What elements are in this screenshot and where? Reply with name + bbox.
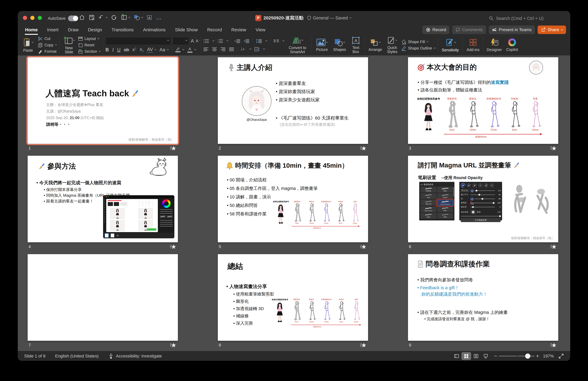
grow-font-button[interactable]: Aˆ	[191, 38, 194, 44]
shapes-button[interactable]: Shapes	[332, 38, 347, 52]
setting-stabilizer[interactable]: 稳定器 3	[461, 205, 501, 209]
paste-button[interactable]: Paste	[20, 38, 36, 52]
setting-size[interactable]: 尺寸 x1 2.6	[461, 189, 501, 193]
font-name-select[interactable]	[105, 37, 171, 45]
brush-slot-5[interactable]: 5	[484, 183, 488, 188]
justify-button[interactable]	[229, 47, 234, 51]
format-button[interactable]: Format	[38, 49, 57, 54]
slide-thumbnail-3[interactable]: 本次大會的目的 分享一種從《毛厂速写团练》得到的速寫實踐 請各位親自動筆，體驗這…	[408, 57, 558, 144]
brush-tile-round-opacity[interactable]: Round Opacity	[437, 200, 453, 206]
slide-thumbnail-6[interactable]: 請打開 Magma URL 並調整畫筆 笔刷设置 --使用 Round Opac…	[408, 156, 558, 242]
tab-record[interactable]: Record	[207, 26, 222, 34]
zoom-percent[interactable]: 197%	[543, 354, 554, 359]
character-spacing-button[interactable]: AV	[147, 47, 153, 53]
slide-thumbnail-2[interactable]: 主講人介紹 @OharaSaya 資深畫畫羣友 資深妳畫我猜玩家 資深美少女遊戲…	[218, 57, 368, 144]
slide-sorter-view-button[interactable]	[462, 352, 471, 360]
brush-slot-6[interactable]: +6	[490, 183, 494, 188]
align-right-button[interactable]	[220, 47, 226, 51]
language-indicator[interactable]: English (United States)	[55, 354, 99, 359]
quick-styles-button[interactable]: Quick Styles	[385, 36, 399, 54]
record-button[interactable]: Record	[422, 25, 449, 34]
shape-fill-button[interactable]: Shape Fill	[401, 39, 435, 45]
tab-home[interactable]: Home	[25, 26, 38, 34]
slide-thumbnail-8[interactable]: 總結 人物速寫畫法分享 使用粗畫筆繪製剪影 圖形化 加透視線轉 3D 補線條 深…	[218, 254, 368, 341]
present-in-teams-button[interactable]: T Present in Teams	[489, 25, 535, 34]
tab-view[interactable]: View	[255, 26, 266, 34]
tab-draw[interactable]: Draw	[67, 26, 79, 34]
close-window-button[interactable]	[23, 16, 27, 20]
reading-view-button[interactable]	[471, 352, 481, 360]
section-button[interactable]: Section	[78, 49, 100, 54]
copilot-button[interactable]: Copilot	[504, 38, 520, 52]
brush-scrollbar[interactable]	[453, 187, 454, 197]
setting-hardness-slider[interactable]	[461, 215, 501, 217]
text-box-button[interactable]: A Text Box	[349, 36, 362, 54]
setting-flow[interactable]: 流 36	[461, 197, 501, 201]
slideshow-view-button[interactable]	[481, 352, 491, 360]
setting-opacity[interactable]: 透明度 100	[461, 201, 501, 205]
numbering-button[interactable]: 123	[217, 39, 223, 44]
align-text-vertical-button[interactable]	[254, 47, 260, 52]
convert-to-smartart-button[interactable]: Convert to SmartArt	[286, 36, 309, 54]
brush-tile[interactable]: 粉笔1	[437, 206, 453, 212]
tab-transitions[interactable]: Transitions	[111, 26, 134, 34]
bold-button[interactable]: B	[105, 47, 109, 53]
textbox-quick-icon[interactable]: A	[146, 14, 152, 21]
home-icon[interactable]	[79, 14, 85, 21]
slide-thumbnail-4[interactable]: 參與方法 今天我們將一起完成一個人物照片的速寫 保持打開本屏幕分享 同時加	[28, 156, 178, 242]
new-slide-button[interactable]: New Slide	[62, 36, 76, 54]
cut-button[interactable]: Cut	[38, 36, 57, 42]
zoom-slider[interactable]	[499, 356, 535, 357]
undo-button[interactable]	[98, 14, 107, 21]
tab-review[interactable]: Review	[231, 26, 247, 34]
bullets-button[interactable]	[203, 39, 209, 44]
brush-slot-3[interactable]: 3	[472, 183, 477, 188]
arrange-button[interactable]: Arrange	[367, 38, 383, 52]
shape-outline-button[interactable]: Shape Outline	[401, 45, 435, 51]
layout-button[interactable]: Layout	[78, 36, 100, 42]
setting-min-size[interactable]: 最小尺寸 35	[461, 193, 501, 197]
advanced-settings-button[interactable]: 打开高级设置	[461, 218, 501, 222]
titlebar-overflow-button[interactable]: …	[156, 14, 162, 21]
tab-animations[interactable]: Animations	[143, 26, 166, 34]
brush-tile[interactable]: 粉笔2	[420, 213, 437, 219]
change-case-button[interactable]: Aa	[160, 47, 165, 53]
sensitivity-button[interactable]: Sensitivity	[441, 38, 460, 52]
slide-thumbnail-5[interactable]: 時間安排（準備 10min，畫畫 45min） 00 開場，介紹流程 05 各自…	[218, 156, 368, 242]
font-color-button[interactable]: A	[187, 47, 192, 53]
subscript-button[interactable]: x2	[140, 47, 144, 53]
save-icon[interactable]	[88, 14, 95, 21]
accessibility-status[interactable]: ! Accessibility: Investigate	[108, 353, 162, 359]
brush-tile[interactable]: 草图2	[437, 187, 453, 193]
comments-button[interactable]: Comments	[452, 25, 486, 34]
strikethrough-button[interactable]: ab	[124, 47, 129, 53]
add-ins-button[interactable]: Add-ins	[465, 38, 481, 52]
columns-button[interactable]	[273, 39, 279, 44]
tab-insert[interactable]: Insert	[47, 26, 59, 34]
search-input[interactable]: Search (Cmd + Ctrl + U)	[489, 16, 544, 21]
brush-tile[interactable]: 草图圆形	[420, 187, 437, 193]
share-button[interactable]: Share	[538, 25, 566, 34]
shapes-quick-icon[interactable]	[133, 14, 143, 21]
copy-button[interactable]: Copy	[38, 42, 57, 48]
slide-thumbnail-7[interactable]	[28, 254, 178, 341]
zoom-in-button[interactable]: +	[536, 353, 539, 359]
brush-tile[interactable]: Egg Opacity	[420, 206, 437, 212]
designer-button[interactable]: Designer	[486, 38, 503, 52]
italic-button[interactable]: I	[112, 47, 114, 53]
reset-button[interactable]: Reset	[78, 42, 100, 48]
zoom-window-button[interactable]	[38, 16, 42, 20]
decrease-indent-button[interactable]	[234, 39, 240, 44]
minimize-window-button[interactable]	[30, 16, 34, 20]
slide-thumbnail-1[interactable]: 人體速寫 Teach back 主辦：全球美少女观察❄Plus 羣友 主講：@O…	[28, 57, 178, 144]
shrink-font-button[interactable]: Aˆ	[196, 39, 198, 43]
increase-indent-button[interactable]	[243, 39, 250, 44]
brush-slot-4[interactable]: +4	[478, 183, 483, 188]
line-spacing-button[interactable]	[256, 39, 262, 44]
tab-design[interactable]: Design	[87, 26, 102, 34]
fit-slide-button[interactable]	[558, 353, 564, 359]
align-left-button[interactable]	[203, 47, 209, 51]
underline-button[interactable]: U	[117, 47, 120, 53]
document-status[interactable]: General — Saved	[307, 16, 351, 21]
setting-tip-shape[interactable]: 笔尖形状 硬度 100	[461, 209, 501, 215]
